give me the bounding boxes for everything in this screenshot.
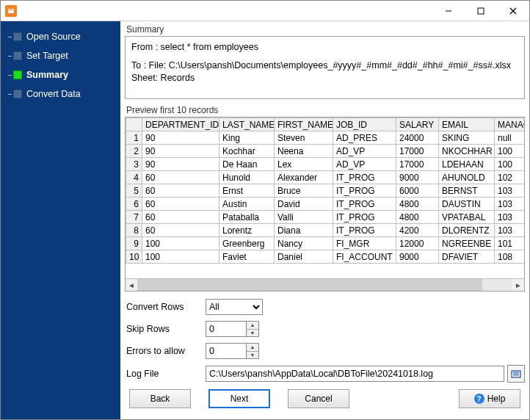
sidebar-item-convert-data[interactable]: Convert Data <box>1 84 120 104</box>
table-cell: IT_PROG <box>333 171 396 184</box>
table-cell: Neena <box>275 145 333 158</box>
next-button[interactable]: Next <box>208 389 270 408</box>
table-cell: King <box>219 131 275 145</box>
browse-log-button[interactable] <box>507 365 525 383</box>
table-cell: 101 <box>495 237 525 250</box>
table-cell: Greenberg <box>219 237 275 250</box>
table-cell: 6000 <box>396 184 439 198</box>
table-cell: 100 <box>142 237 219 250</box>
table-row[interactable]: 760PataballaValliIT_PROG4800VPATABAL103 <box>126 211 525 224</box>
summary-title: Summary <box>126 24 525 35</box>
preview-grid: DEPARTMENT_IDLAST_NAMEFIRST_NAMEJOB_IDSA… <box>125 117 525 292</box>
minimize-button[interactable] <box>432 1 465 21</box>
skip-rows-input[interactable] <box>206 321 247 337</box>
table-cell: VPATABAL <box>439 211 495 224</box>
sidebar-item-label: Set Target <box>26 51 68 61</box>
scroll-right-icon[interactable]: ► <box>512 279 524 291</box>
column-header[interactable]: JOB_ID <box>333 118 396 131</box>
back-button[interactable]: Back <box>129 389 191 408</box>
table-cell: BERNST <box>439 184 495 198</box>
cancel-button[interactable]: Cancel <box>288 389 349 408</box>
table-row[interactable]: 10100FavietDanielFI_ACCOUNT9000DFAVIET10… <box>126 250 525 264</box>
table-cell: AD_VP <box>333 158 396 171</box>
table-cell: IT_PROG <box>333 184 396 198</box>
spin-down-icon[interactable]: ▼ <box>247 330 258 337</box>
table-cell: DLORENTZ <box>439 224 495 237</box>
svg-rect-1 <box>9 10 13 10</box>
main-panel: Summary From : select * from employees T… <box>120 21 529 419</box>
table-cell: David <box>275 198 333 211</box>
sidebar-item-set-target[interactable]: Set Target <box>1 46 120 65</box>
log-file-input[interactable] <box>206 366 504 382</box>
table-cell: 9000 <box>396 250 439 264</box>
column-header[interactable]: DEPARTMENT_ID <box>142 118 219 131</box>
summary-box: From : select * from employees To : File… <box>125 36 525 99</box>
table-cell: DFAVIET <box>439 250 495 264</box>
sidebar-item-open-source[interactable]: Open Source <box>1 27 120 46</box>
table-cell: Steven <box>275 131 333 145</box>
row-number: 10 <box>126 250 142 264</box>
close-button[interactable] <box>497 1 529 21</box>
app-window: Open Source Set Target Summary Convert D… <box>0 0 530 420</box>
spin-up-icon[interactable]: ▲ <box>247 322 258 330</box>
table-row[interactable]: 460HunoldAlexanderIT_PROG9000AHUNOLD102 <box>126 171 525 184</box>
table-cell: 60 <box>142 184 219 198</box>
help-button[interactable]: ? Help <box>459 389 520 408</box>
table-cell: De Haan <box>219 158 275 171</box>
maximize-button[interactable] <box>465 1 497 21</box>
table-row[interactable]: 860LorentzDianaIT_PROG4200DLORENTZ103 <box>126 224 525 237</box>
row-number: 7 <box>126 211 142 224</box>
column-header[interactable]: EMAIL <box>439 118 495 131</box>
row-number: 8 <box>126 224 142 237</box>
scroll-left-icon[interactable]: ◄ <box>126 279 137 291</box>
table-cell: Diana <box>275 224 333 237</box>
table-cell: 90 <box>142 145 219 158</box>
skip-rows-spinner[interactable]: ▲ ▼ <box>206 321 259 337</box>
sidebar-item-label: Convert Data <box>26 89 81 99</box>
column-header[interactable]: FIRST_NAME <box>275 118 333 131</box>
table-cell: Valli <box>275 211 333 224</box>
column-header[interactable]: SALARY <box>396 118 439 131</box>
errors-input[interactable] <box>206 343 247 359</box>
help-icon: ? <box>474 394 484 404</box>
column-header[interactable]: LAST_NAME <box>219 118 275 131</box>
table-row[interactable]: 560ErnstBruceIT_PROG6000BERNST103 <box>126 184 525 198</box>
table-cell: 17000 <box>396 158 439 171</box>
table-cell: NGREENBE <box>439 237 495 250</box>
column-header[interactable]: MANAG <box>495 118 525 131</box>
table-cell: Lorentz <box>219 224 275 237</box>
table-cell: Kochhar <box>219 145 275 158</box>
errors-spinner[interactable]: ▲ ▼ <box>206 343 259 359</box>
row-number: 5 <box>126 184 142 198</box>
table-cell: Pataballa <box>219 211 275 224</box>
row-number: 3 <box>126 158 142 171</box>
table-row[interactable]: 290KochharNeenaAD_VP17000NKOCHHAR100 <box>126 145 525 158</box>
table-cell: Daniel <box>275 250 333 264</box>
table-row[interactable]: 190KingStevenAD_PRES24000SKINGnull <box>126 131 525 145</box>
table-cell: 60 <box>142 211 219 224</box>
table-cell: IT_PROG <box>333 224 396 237</box>
convert-rows-select[interactable]: All <box>206 299 263 315</box>
row-number: 2 <box>126 145 142 158</box>
preview-title: Preview first 10 records <box>126 105 525 115</box>
row-number: 1 <box>126 131 142 145</box>
wizard-sidebar: Open Source Set Target Summary Convert D… <box>1 21 120 419</box>
table-cell: 103 <box>495 184 525 198</box>
table-cell: FI_MGR <box>333 237 396 250</box>
table-cell: IT_PROG <box>333 198 396 211</box>
table-row[interactable]: 660AustinDavidIT_PROG4800DAUSTIN103 <box>126 198 525 211</box>
sidebar-item-label: Summary <box>26 70 68 80</box>
spin-up-icon[interactable]: ▲ <box>247 344 258 352</box>
table-row[interactable]: 9100GreenbergNancyFI_MGR12000NGREENBE101 <box>126 237 525 250</box>
sidebar-item-summary[interactable]: Summary <box>1 65 120 84</box>
table-cell: Ernst <box>219 184 275 198</box>
table-cell: null <box>495 131 525 145</box>
table-cell: 90 <box>142 131 219 145</box>
horizontal-scrollbar[interactable]: ◄ ► <box>126 278 524 291</box>
spin-down-icon[interactable]: ▼ <box>247 352 258 359</box>
table-row[interactable]: 390De HaanLexAD_VP17000LDEHAAN100 <box>126 158 525 171</box>
title-bar <box>1 1 529 21</box>
table-cell: Bruce <box>275 184 333 198</box>
table-cell: 102 <box>495 171 525 184</box>
table-cell: 100 <box>495 145 525 158</box>
